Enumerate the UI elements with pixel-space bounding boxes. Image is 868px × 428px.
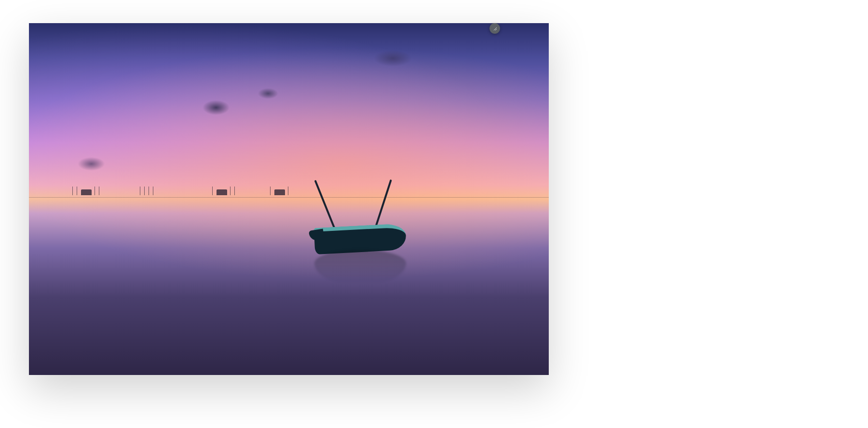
stilt-house bbox=[72, 187, 103, 198]
stilt-house bbox=[270, 187, 292, 198]
boat-illustration bbox=[310, 206, 416, 264]
stilt-house bbox=[140, 187, 157, 198]
resize-handle[interactable] bbox=[489, 23, 500, 34]
stilt-house bbox=[212, 187, 239, 198]
preview-canvas bbox=[29, 23, 549, 375]
